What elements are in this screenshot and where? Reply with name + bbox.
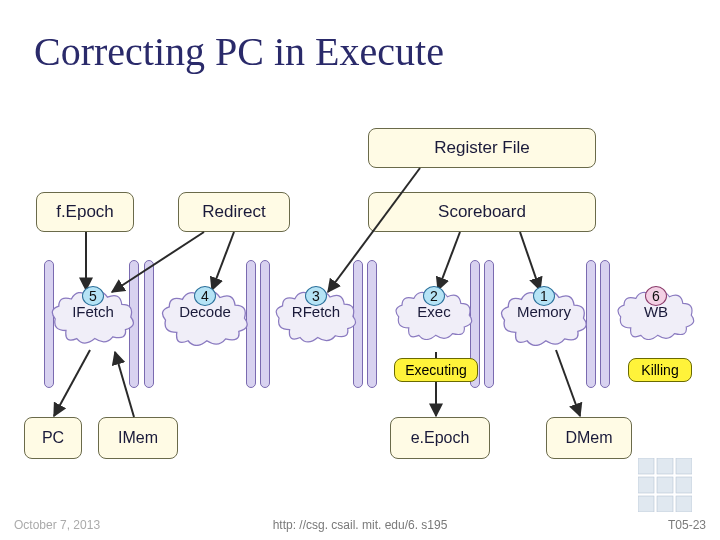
dmem-label: DMem (565, 429, 612, 447)
svg-line-9 (556, 350, 580, 416)
block-fepoch: f.Epoch (36, 192, 134, 232)
footer-date: October 7, 2013 (14, 518, 100, 532)
stage-memory: 1 Memory (497, 290, 591, 354)
stage-label: WB (614, 304, 698, 321)
stage-exec: 2 Exec (392, 290, 476, 354)
svg-line-1 (112, 232, 204, 292)
svg-rect-10 (638, 458, 654, 474)
stage-wb: 6 WB (614, 290, 698, 354)
block-pc: PC (24, 417, 82, 459)
scoreboard-label: Scoreboard (438, 202, 526, 222)
stage-rfetch: 3 RFetch (272, 290, 360, 354)
fepoch-label: f.Epoch (56, 202, 114, 222)
footer-slide-num: T05-23 (668, 518, 706, 532)
stage-num: 6 (645, 286, 667, 306)
bar-f (367, 260, 377, 388)
block-register-file: Register File (368, 128, 596, 168)
svg-rect-11 (657, 458, 673, 474)
pill-executing-label: Executing (405, 362, 466, 378)
stage-label: Exec (392, 304, 476, 321)
page-title: Correcting PC in Execute (0, 0, 720, 75)
stage-num: 3 (305, 286, 327, 306)
stage-label: Decode (158, 304, 252, 321)
stage-ifetch: 5 IFetch (48, 290, 138, 354)
block-imem: IMem (98, 417, 178, 459)
bar-j (600, 260, 610, 388)
pill-killing-label: Killing (641, 362, 678, 378)
svg-rect-18 (676, 496, 692, 512)
stage-label: IFetch (48, 304, 138, 321)
block-redirect: Redirect (178, 192, 290, 232)
eepoch-label: e.Epoch (411, 429, 470, 447)
svg-rect-13 (638, 477, 654, 493)
svg-rect-17 (657, 496, 673, 512)
block-eepoch: e.Epoch (390, 417, 490, 459)
bar-h (484, 260, 494, 388)
redirect-label: Redirect (202, 202, 265, 222)
svg-line-5 (520, 232, 540, 290)
register-file-label: Register File (434, 138, 529, 158)
bar-d (260, 260, 270, 388)
pill-executing: Executing (394, 358, 478, 382)
bar-b (144, 260, 154, 388)
footer-url: http: //csg. csail. mit. edu/6. s195 (273, 518, 448, 532)
pill-killing: Killing (628, 358, 692, 382)
svg-rect-14 (657, 477, 673, 493)
stage-num: 4 (194, 286, 216, 306)
stage-decode: 4 Decode (158, 290, 252, 354)
stage-label: RFetch (272, 304, 360, 321)
pc-label: PC (42, 429, 64, 447)
stage-num: 2 (423, 286, 445, 306)
imem-label: IMem (118, 429, 158, 447)
svg-line-4 (438, 232, 460, 290)
stage-num: 5 (82, 286, 104, 306)
block-dmem: DMem (546, 417, 632, 459)
svg-rect-16 (638, 496, 654, 512)
block-scoreboard: Scoreboard (368, 192, 596, 232)
svg-line-6 (54, 350, 90, 416)
svg-rect-15 (676, 477, 692, 493)
stage-label: Memory (497, 304, 591, 321)
grid-decor-icon (638, 458, 692, 512)
svg-rect-12 (676, 458, 692, 474)
stage-num: 1 (533, 286, 555, 306)
svg-line-2 (212, 232, 234, 290)
